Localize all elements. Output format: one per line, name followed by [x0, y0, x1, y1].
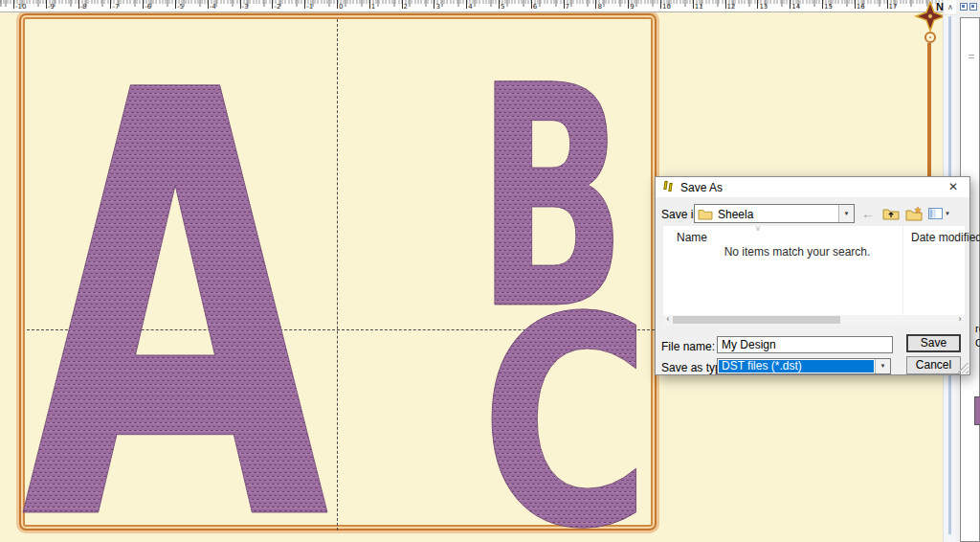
- ruler-number: 0: [339, 3, 343, 11]
- ruler-tick: [725, 0, 726, 9]
- file-list[interactable]: ∨ Name Date modified No items match your…: [663, 226, 965, 325]
- ruler-tick: [595, 0, 596, 9]
- plumb-line: [927, 43, 931, 176]
- ruler-tick: [78, 0, 79, 9]
- chevron-down-icon: ▼: [880, 363, 886, 369]
- view-menu-icon: [928, 208, 943, 219]
- ruler-tick: [369, 0, 370, 9]
- column-header-date-modified[interactable]: Date modified: [911, 231, 980, 244]
- up-one-level-button[interactable]: [881, 204, 901, 223]
- ruler-number: 15: [824, 3, 833, 11]
- list-horizontal-scrollbar[interactable]: ‹ ›: [663, 315, 965, 325]
- ruler-tick: [272, 0, 273, 9]
- ruler-tick: [304, 0, 305, 9]
- ruler-number: 12: [727, 3, 736, 11]
- ruler-tick: [693, 0, 694, 9]
- panel-window-icon-2[interactable]: [969, 3, 977, 11]
- ruler-tick: [790, 0, 791, 9]
- ruler-tick: [628, 0, 629, 9]
- panel-window-icon[interactable]: [960, 3, 968, 11]
- back-arrow-icon: ←: [861, 206, 875, 221]
- ruler-number: 16: [857, 3, 865, 11]
- folder-icon: [698, 208, 713, 220]
- ruler-tick: [855, 0, 856, 9]
- ruler-number: 3: [435, 3, 439, 11]
- ruler-tick: [208, 0, 209, 9]
- save-as-dialog: Save As ✕ Save in: Sheela ▼ ← ▼: [655, 176, 970, 375]
- new-folder-button[interactable]: [904, 204, 924, 223]
- dialog-title: Save As: [680, 181, 723, 194]
- type-dropdown-arrow[interactable]: ▼: [875, 359, 890, 373]
- design-letter-a[interactable]: A: [21, 0, 332, 542]
- cancel-button[interactable]: Cancel: [906, 356, 961, 374]
- back-button[interactable]: ←: [858, 204, 878, 223]
- panel-label-properties-clipped: rop: [975, 323, 980, 334]
- column-divider: [902, 226, 903, 325]
- chevron-up-icon: ∧: [947, 3, 953, 11]
- list-scrollbar-thumb[interactable]: [673, 316, 840, 324]
- save-button[interactable]: Save: [906, 334, 961, 352]
- ruler-number: -10: [15, 3, 26, 11]
- new-folder-icon: [905, 206, 923, 221]
- ruler-tick: [822, 0, 823, 9]
- ruler-tick: [402, 0, 403, 9]
- scroll-left-icon[interactable]: ‹: [663, 315, 673, 325]
- save-in-value: Sheela: [718, 208, 753, 221]
- save-in-combobox[interactable]: Sheela ▼: [694, 204, 855, 223]
- ruler-number: 1: [371, 3, 375, 11]
- ruler-tick: [499, 0, 500, 9]
- ruler-number: 17: [889, 3, 898, 11]
- view-menu-button[interactable]: ▼: [927, 204, 952, 223]
- ruler-tick: [531, 0, 532, 9]
- ruler-number: -8: [80, 3, 87, 11]
- panel-label-colors-clipped: Col: [975, 337, 980, 349]
- ruler-tick: [757, 0, 758, 9]
- ruler-number: -5: [177, 3, 184, 11]
- ruler-tick: [564, 0, 565, 9]
- ruler-number: 9: [630, 3, 634, 11]
- column-header-name[interactable]: Name: [677, 231, 707, 244]
- scrollbar-up-button[interactable]: ∧: [944, 0, 957, 15]
- file-name-input[interactable]: [717, 336, 893, 353]
- save-as-type-combobox[interactable]: DST files (*.dst) ▼: [717, 358, 891, 374]
- ruler-horizontal: -10-9-8-7-6-5-4-3-2-10123456789101112131…: [0, 0, 943, 12]
- save-as-type-value: DST files (*.dst): [719, 360, 874, 373]
- ruler-tick: [240, 0, 241, 9]
- ruler-number: 11: [695, 3, 703, 11]
- file-name-label: File name:: [661, 340, 715, 353]
- ruler-number: 10: [662, 3, 671, 11]
- resize-grip[interactable]: [958, 363, 969, 373]
- close-icon[interactable]: ✕: [945, 179, 962, 195]
- chevron-down-icon: ▼: [945, 211, 950, 216]
- ruler-number: 5: [501, 3, 504, 11]
- ruler-tick: [110, 0, 111, 9]
- ruler-number: -1: [306, 3, 313, 11]
- scroll-right-icon[interactable]: ›: [955, 315, 965, 325]
- ruler-tick: [175, 0, 176, 9]
- design-letter-c[interactable]: C: [480, 256, 651, 542]
- ruler-number: -3: [242, 3, 249, 11]
- ruler-tick: [660, 0, 661, 9]
- chevron-down-icon: ▼: [844, 211, 850, 216]
- ruler-number: 6: [533, 3, 537, 11]
- ruler-tick: [46, 0, 47, 9]
- save-in-dropdown-arrow[interactable]: ▼: [838, 205, 854, 222]
- ruler-number: -2: [274, 3, 280, 11]
- ruler-number: -7: [112, 3, 119, 11]
- compass-north-label: N: [936, 1, 944, 12]
- plumb-handle[interactable]: [924, 32, 936, 43]
- thread-color-swatch[interactable]: [974, 396, 980, 425]
- ruler-number: 4: [468, 3, 472, 11]
- ruler-tick: [337, 0, 338, 9]
- ruler-number: -4: [210, 3, 216, 11]
- ruler-tick: [887, 0, 888, 9]
- ruler-number: 8: [597, 3, 601, 11]
- panel-mark: [969, 55, 974, 56]
- dialog-title-bar[interactable]: Save As ✕: [656, 177, 969, 197]
- ruler-tick: [466, 0, 467, 9]
- folder-up-icon: [882, 207, 900, 220]
- ruler-number: 7: [566, 3, 569, 11]
- ruler-number: -6: [145, 3, 151, 11]
- ruler-number: 2: [404, 3, 408, 11]
- ruler-number: 13: [759, 3, 768, 11]
